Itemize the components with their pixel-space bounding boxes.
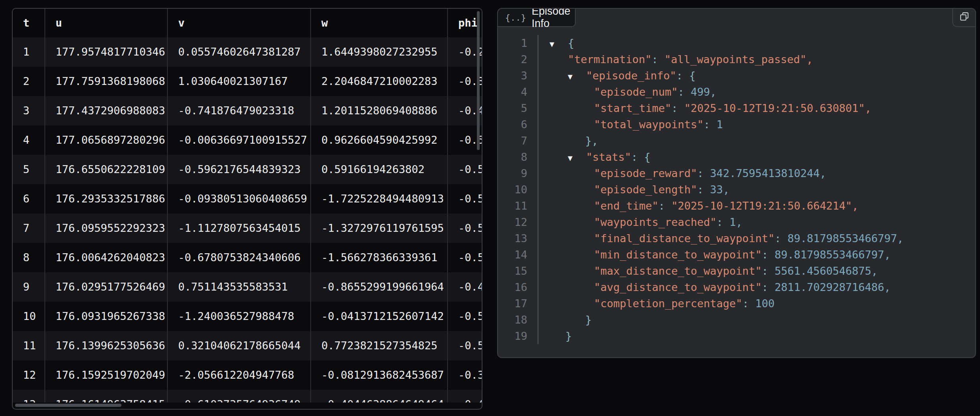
line-number: 11	[498, 198, 538, 214]
json-token-key: "stats"	[586, 151, 631, 163]
table-row: 3177.4372906988083-0.7418764790233181.20…	[13, 96, 482, 125]
json-token-key: "avg_distance_to_waypoint"	[594, 281, 762, 293]
json-token-col: :	[762, 248, 768, 261]
json-line-content: "termination": "all_waypoints_passed",	[538, 51, 813, 67]
table-row: 6176.2935332517886-0.09380513060408659-1…	[13, 184, 482, 214]
json-token-col: :	[651, 53, 658, 65]
json-line: 19}	[498, 328, 975, 344]
table-header-row: tuvwphi	[13, 9, 482, 37]
json-line-content: "min_distance_to_waypoint": 89.817985534…	[538, 247, 891, 263]
copy-icon	[959, 12, 970, 24]
column-header: u	[45, 9, 168, 37]
tab-label: Episode Info	[532, 8, 575, 30]
json-line-content: "episode_reward": 342.7595413810244,	[538, 165, 826, 181]
table-cell: 1.030640021307167	[168, 67, 311, 96]
table-cell: 177.4372906988083	[45, 96, 168, 125]
table-cell: 177.0656897280296	[45, 125, 168, 155]
table-cell: 0.32104062178665044	[168, 331, 311, 360]
json-line: 8▼"stats": {	[498, 149, 975, 165]
json-token-col: :	[631, 151, 638, 163]
json-token-key: "completion_percentage"	[594, 297, 742, 310]
line-number: 1	[498, 35, 538, 51]
table-cell: -0.741876479023318	[168, 96, 311, 125]
json-line-content: ▼"stats": {	[538, 149, 651, 165]
table-cell: -0.6103735764936749	[168, 390, 311, 403]
column-header: w	[311, 9, 448, 37]
json-token-col: :	[774, 232, 781, 245]
table-cell: -1.7225228494480913	[311, 184, 448, 214]
line-number: 8	[498, 149, 538, 165]
table-row: 8176.0064262040823-0.6780753824340606-1.…	[13, 243, 482, 272]
json-token-col: :	[762, 281, 768, 293]
line-number: 5	[498, 100, 538, 116]
json-line-content: "total_waypoints": 1	[538, 116, 723, 133]
json-line-content: "episode_length": 33,	[538, 181, 729, 198]
json-braces-icon: {..}	[505, 13, 526, 23]
trajectory-table-scroll-area[interactable]: tuvwphi 1177.95748177103460.055746026473…	[13, 9, 482, 403]
json-line-content: }	[538, 312, 592, 328]
table-cell: -1.1127807563454015	[168, 214, 311, 243]
table-cell: 7	[13, 214, 45, 243]
json-token-str: "2025-10-12T19:21:50.630801",	[678, 102, 871, 114]
vertical-scrollbar-thumb[interactable]	[477, 11, 480, 150]
json-line: 17"completion_percentage": 100	[498, 295, 975, 312]
line-number: 15	[498, 263, 538, 279]
line-number: 16	[498, 279, 538, 295]
table-row: 7176.0959552292323-1.1127807563454015-1.…	[13, 214, 482, 243]
table-row: 9176.02951775264690.751143535583531-0.86…	[13, 272, 482, 302]
column-header: v	[168, 9, 311, 37]
table-cell: 5	[13, 155, 45, 184]
json-line-content: "avg_distance_to_waypoint": 2811.7029287…	[538, 279, 891, 295]
collapse-toggle-icon[interactable]: ▼	[568, 150, 586, 166]
table-cell: 2	[13, 67, 45, 96]
json-token-key: "total_waypoints"	[594, 118, 703, 131]
table-cell: 0.05574602647381287	[168, 37, 311, 67]
line-number: 2	[498, 51, 538, 67]
table-cell: 176.1592519702049	[45, 360, 168, 390]
json-code-area: 1▼{2"termination": "all_waypoints_passed…	[498, 35, 975, 344]
json-token-key: "final_distance_to_waypoint"	[594, 232, 774, 245]
horizontal-scrollbar-track[interactable]	[13, 403, 482, 409]
table-cell: 12	[13, 360, 45, 390]
json-token-col: :	[717, 216, 723, 228]
table-cell: -0.09380513060408659	[168, 184, 311, 214]
json-token-col: :	[762, 265, 768, 277]
table-cell: -0.385	[448, 360, 482, 390]
json-token-num: 2811.702928716486,	[768, 281, 891, 293]
json-token-num: 100	[749, 297, 774, 310]
json-token-key: "episode_length"	[594, 183, 697, 196]
json-line: 12"waypoints_reached": 1,	[498, 214, 975, 230]
json-line: 6"total_waypoints": 1	[498, 116, 975, 133]
json-line: 2"termination": "all_waypoints_passed",	[498, 51, 975, 67]
table-cell: -1.3272976119761595	[311, 214, 448, 243]
episode-info-panel: 1▼{2"termination": "all_waypoints_passed…	[497, 8, 976, 358]
table-cell: 1.2011528069408886	[311, 96, 448, 125]
json-line: 15"max_distance_to_waypoint": 5561.45605…	[498, 263, 975, 279]
table-cell: 0.751143535583531	[168, 272, 311, 302]
line-number: 19	[498, 328, 538, 344]
json-line: 9"episode_reward": 342.7595413810244,	[498, 165, 975, 181]
line-number: 12	[498, 214, 538, 230]
table-cell: -0.566	[448, 155, 482, 184]
json-line: 16"avg_distance_to_waypoint": 2811.70292…	[498, 279, 975, 295]
copy-button[interactable]	[952, 9, 975, 27]
collapse-toggle-icon[interactable]: ▼	[568, 69, 586, 85]
json-token-pun: {	[638, 151, 651, 163]
column-header: t	[13, 9, 45, 37]
table-cell: 4	[13, 125, 45, 155]
table-cell: -0.41	[448, 390, 482, 403]
json-token-num: 1,	[723, 216, 742, 228]
line-number: 3	[498, 67, 538, 84]
json-line-content: "completion_percentage": 100	[538, 295, 774, 312]
table-cell: 9	[13, 272, 45, 302]
table-cell: 176.2935332517886	[45, 184, 168, 214]
json-line: 18}	[498, 312, 975, 328]
horizontal-scrollbar-thumb[interactable]	[15, 404, 121, 407]
json-token-col: :	[659, 200, 665, 212]
tab-episode-info[interactable]: {..} Episode Info	[498, 9, 576, 27]
table-cell: -2.056612204947768	[168, 360, 311, 390]
table-cell: -0.577	[448, 243, 482, 272]
json-token-key: "episode_reward"	[594, 167, 697, 179]
collapse-toggle-icon[interactable]: ▼	[550, 36, 568, 52]
json-line-content: }	[538, 328, 572, 344]
